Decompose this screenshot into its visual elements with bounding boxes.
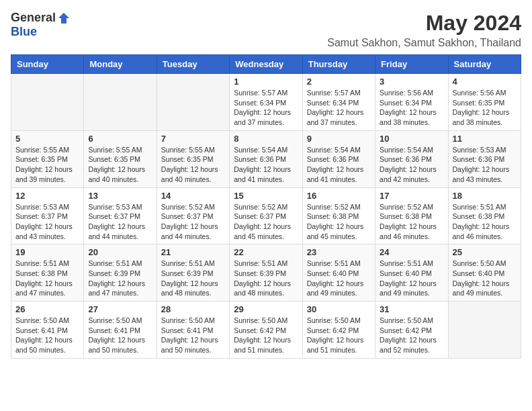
table-row: 24Sunrise: 5:51 AM Sunset: 6:40 PM Dayli… <box>375 244 448 302</box>
day-info: Sunrise: 5:50 AM Sunset: 6:42 PM Dayligh… <box>307 316 371 355</box>
table-row: 11Sunrise: 5:53 AM Sunset: 6:36 PM Dayli… <box>448 130 521 187</box>
logo-icon <box>57 11 71 25</box>
day-info: Sunrise: 5:55 AM Sunset: 6:35 PM Dayligh… <box>88 145 152 185</box>
day-info: Sunrise: 5:57 AM Sunset: 6:34 PM Dayligh… <box>307 88 371 128</box>
day-number: 19 <box>15 247 79 257</box>
header-monday: Monday <box>84 55 157 74</box>
day-number: 22 <box>234 247 298 257</box>
day-info: Sunrise: 5:51 AM Sunset: 6:40 PM Dayligh… <box>307 259 371 298</box>
table-row: 27Sunrise: 5:50 AM Sunset: 6:41 PM Dayli… <box>84 302 157 359</box>
calendar-week-row: 19Sunrise: 5:51 AM Sunset: 6:38 PM Dayli… <box>11 244 521 302</box>
page-header: General Blue May 2024 Samut Sakhon, Samu… <box>11 11 521 49</box>
table-row: 17Sunrise: 5:52 AM Sunset: 6:38 PM Dayli… <box>375 187 448 244</box>
table-row <box>84 74 157 131</box>
header-friday: Friday <box>375 55 448 74</box>
day-number: 29 <box>234 304 298 314</box>
day-number: 4 <box>453 77 517 87</box>
day-info: Sunrise: 5:54 AM Sunset: 6:36 PM Dayligh… <box>307 145 371 185</box>
day-info: Sunrise: 5:51 AM Sunset: 6:38 PM Dayligh… <box>453 202 517 242</box>
day-number: 16 <box>307 191 371 201</box>
day-number: 31 <box>380 304 443 314</box>
table-row: 4Sunrise: 5:56 AM Sunset: 6:35 PM Daylig… <box>448 74 521 131</box>
day-number: 12 <box>15 191 79 201</box>
location-title: Samut Sakhon, Samut Sakhon, Thailand <box>327 37 521 49</box>
day-info: Sunrise: 5:51 AM Sunset: 6:38 PM Dayligh… <box>15 259 79 298</box>
month-title: May 2024 <box>327 11 521 36</box>
day-info: Sunrise: 5:52 AM Sunset: 6:37 PM Dayligh… <box>161 202 225 242</box>
table-row <box>448 302 521 359</box>
table-row: 15Sunrise: 5:52 AM Sunset: 6:37 PM Dayli… <box>230 187 302 244</box>
day-number: 15 <box>234 191 298 201</box>
day-number: 8 <box>234 134 298 144</box>
day-number: 10 <box>380 134 443 144</box>
table-row: 30Sunrise: 5:50 AM Sunset: 6:42 PM Dayli… <box>302 302 375 359</box>
day-number: 17 <box>380 191 443 201</box>
table-row: 29Sunrise: 5:50 AM Sunset: 6:42 PM Dayli… <box>230 302 302 359</box>
calendar-week-row: 5Sunrise: 5:55 AM Sunset: 6:35 PM Daylig… <box>11 130 521 187</box>
table-row: 7Sunrise: 5:55 AM Sunset: 6:35 PM Daylig… <box>157 130 229 187</box>
day-number: 14 <box>161 191 225 201</box>
header-wednesday: Wednesday <box>230 55 302 74</box>
day-info: Sunrise: 5:55 AM Sunset: 6:35 PM Dayligh… <box>15 145 79 185</box>
calendar-header-row: Sunday Monday Tuesday Wednesday Thursday… <box>11 55 521 74</box>
table-row: 26Sunrise: 5:50 AM Sunset: 6:41 PM Dayli… <box>11 302 84 359</box>
day-info: Sunrise: 5:56 AM Sunset: 6:34 PM Dayligh… <box>380 88 443 128</box>
day-info: Sunrise: 5:53 AM Sunset: 6:36 PM Dayligh… <box>453 145 517 185</box>
header-saturday: Saturday <box>448 55 521 74</box>
table-row: 9Sunrise: 5:54 AM Sunset: 6:36 PM Daylig… <box>302 130 375 187</box>
day-number: 28 <box>161 304 225 314</box>
table-row <box>157 74 229 131</box>
day-number: 18 <box>453 191 517 201</box>
day-number: 24 <box>380 247 443 257</box>
day-info: Sunrise: 5:50 AM Sunset: 6:41 PM Dayligh… <box>161 316 225 355</box>
table-row: 14Sunrise: 5:52 AM Sunset: 6:37 PM Dayli… <box>157 187 229 244</box>
calendar-week-row: 1Sunrise: 5:57 AM Sunset: 6:34 PM Daylig… <box>11 74 521 131</box>
day-info: Sunrise: 5:52 AM Sunset: 6:38 PM Dayligh… <box>380 202 443 242</box>
table-row: 31Sunrise: 5:50 AM Sunset: 6:42 PM Dayli… <box>375 302 448 359</box>
table-row: 10Sunrise: 5:54 AM Sunset: 6:36 PM Dayli… <box>375 130 448 187</box>
day-number: 23 <box>307 247 371 257</box>
day-number: 20 <box>88 247 152 257</box>
table-row: 22Sunrise: 5:51 AM Sunset: 6:39 PM Dayli… <box>230 244 302 302</box>
table-row <box>11 74 84 131</box>
day-number: 25 <box>453 247 517 257</box>
logo: General Blue <box>11 11 71 39</box>
day-info: Sunrise: 5:52 AM Sunset: 6:37 PM Dayligh… <box>234 202 298 242</box>
day-number: 30 <box>307 304 371 314</box>
day-number: 21 <box>161 247 225 257</box>
table-row: 25Sunrise: 5:50 AM Sunset: 6:40 PM Dayli… <box>448 244 521 302</box>
table-row: 19Sunrise: 5:51 AM Sunset: 6:38 PM Dayli… <box>11 244 84 302</box>
day-number: 2 <box>307 77 371 87</box>
header-thursday: Thursday <box>302 55 375 74</box>
day-number: 26 <box>15 304 79 314</box>
day-number: 5 <box>15 134 79 144</box>
table-row: 8Sunrise: 5:54 AM Sunset: 6:36 PM Daylig… <box>230 130 302 187</box>
table-row: 16Sunrise: 5:52 AM Sunset: 6:38 PM Dayli… <box>302 187 375 244</box>
header-tuesday: Tuesday <box>157 55 229 74</box>
day-info: Sunrise: 5:51 AM Sunset: 6:39 PM Dayligh… <box>161 259 225 298</box>
day-info: Sunrise: 5:52 AM Sunset: 6:38 PM Dayligh… <box>307 202 371 242</box>
day-number: 1 <box>234 77 298 87</box>
day-info: Sunrise: 5:51 AM Sunset: 6:39 PM Dayligh… <box>88 259 152 298</box>
day-number: 6 <box>88 134 152 144</box>
day-info: Sunrise: 5:50 AM Sunset: 6:41 PM Dayligh… <box>88 316 152 355</box>
day-number: 27 <box>88 304 152 314</box>
day-number: 3 <box>380 77 443 87</box>
table-row: 6Sunrise: 5:55 AM Sunset: 6:35 PM Daylig… <box>84 130 157 187</box>
table-row: 13Sunrise: 5:53 AM Sunset: 6:37 PM Dayli… <box>84 187 157 244</box>
day-info: Sunrise: 5:51 AM Sunset: 6:39 PM Dayligh… <box>234 259 298 298</box>
day-number: 7 <box>161 134 225 144</box>
day-info: Sunrise: 5:53 AM Sunset: 6:37 PM Dayligh… <box>88 202 152 242</box>
day-info: Sunrise: 5:55 AM Sunset: 6:35 PM Dayligh… <box>161 145 225 185</box>
table-row: 28Sunrise: 5:50 AM Sunset: 6:41 PM Dayli… <box>157 302 229 359</box>
table-row: 3Sunrise: 5:56 AM Sunset: 6:34 PM Daylig… <box>375 74 448 131</box>
table-row: 21Sunrise: 5:51 AM Sunset: 6:39 PM Dayli… <box>157 244 229 302</box>
table-row: 20Sunrise: 5:51 AM Sunset: 6:39 PM Dayli… <box>84 244 157 302</box>
table-row: 18Sunrise: 5:51 AM Sunset: 6:38 PM Dayli… <box>448 187 521 244</box>
day-info: Sunrise: 5:54 AM Sunset: 6:36 PM Dayligh… <box>234 145 298 185</box>
table-row: 12Sunrise: 5:53 AM Sunset: 6:37 PM Dayli… <box>11 187 84 244</box>
day-info: Sunrise: 5:51 AM Sunset: 6:40 PM Dayligh… <box>380 259 443 298</box>
table-row: 2Sunrise: 5:57 AM Sunset: 6:34 PM Daylig… <box>302 74 375 131</box>
day-info: Sunrise: 5:54 AM Sunset: 6:36 PM Dayligh… <box>380 145 443 185</box>
calendar-week-row: 26Sunrise: 5:50 AM Sunset: 6:41 PM Dayli… <box>11 302 521 359</box>
